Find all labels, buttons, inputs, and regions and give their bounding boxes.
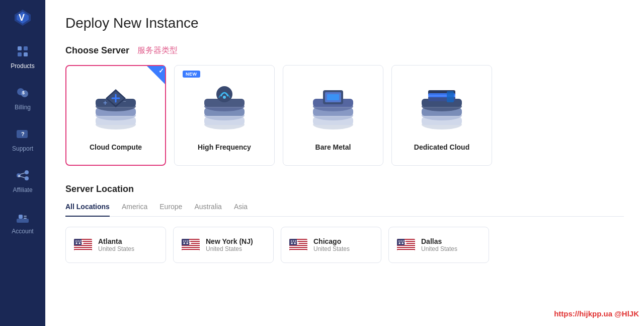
sidebar-item-billing[interactable]: $ Billing bbox=[0, 77, 45, 118]
svg-text:−: − bbox=[123, 99, 126, 104]
svg-text:★★★★: ★★★★ bbox=[290, 239, 299, 242]
tab-europe[interactable]: Europe bbox=[159, 203, 182, 217]
support-icon: ? bbox=[14, 125, 32, 143]
svg-rect-75 bbox=[182, 246, 200, 247]
choose-server-section: Choose Server 服务器类型 bbox=[65, 45, 624, 166]
products-icon bbox=[14, 42, 32, 60]
sidebar: V Products $ Billing bbox=[0, 0, 45, 326]
svg-point-13 bbox=[25, 170, 29, 174]
svg-rect-19 bbox=[19, 215, 23, 219]
svg-text:$: $ bbox=[22, 90, 25, 95]
location-card-atlanta[interactable]: ★★★ ★★★★ Atlanta United States bbox=[65, 227, 166, 263]
server-location-title: Server Location bbox=[65, 184, 624, 194]
main-content: Deploy New Instance Choose Server 服务器类型 bbox=[45, 0, 644, 326]
svg-rect-65 bbox=[74, 246, 92, 247]
section-header: Choose Server 服务器类型 bbox=[65, 45, 624, 56]
svg-rect-87 bbox=[289, 250, 307, 251]
dedicated-cloud-icon bbox=[414, 82, 469, 137]
svg-text:★★★★: ★★★★ bbox=[398, 239, 407, 242]
svg-rect-97 bbox=[397, 250, 415, 251]
sidebar-item-account[interactable]: Account bbox=[0, 201, 45, 242]
svg-rect-18 bbox=[17, 219, 29, 223]
logo[interactable]: V bbox=[10, 5, 35, 30]
svg-rect-50 bbox=[327, 94, 339, 100]
tab-all-locations[interactable]: All Locations bbox=[65, 203, 110, 217]
us-flag-dallas: ★★★ ★★★★ bbox=[397, 239, 415, 251]
bare-metal-icon bbox=[305, 82, 361, 137]
svg-point-40 bbox=[216, 86, 232, 102]
us-flag-chicago: ★★★ ★★★★ bbox=[289, 239, 307, 251]
dedicated-cloud-label: Dedicated Cloud bbox=[414, 143, 469, 151]
high-frequency-label: High Frequency bbox=[198, 143, 251, 151]
dallas-country: United States bbox=[421, 245, 457, 252]
products-label: Products bbox=[11, 62, 34, 70]
atlanta-country: United States bbox=[98, 245, 134, 252]
tab-asia[interactable]: Asia bbox=[234, 203, 248, 217]
new-badge: NEW bbox=[183, 71, 200, 78]
svg-text:V: V bbox=[19, 13, 25, 23]
svg-rect-60 bbox=[447, 91, 454, 102]
affiliate-label: Affiliate bbox=[13, 186, 32, 193]
atlanta-city: Atlanta bbox=[98, 237, 134, 245]
server-location-section: Server Location All Locations America Eu… bbox=[65, 184, 624, 263]
new-york-city: New York (NJ) bbox=[206, 237, 253, 245]
server-card-dedicated-cloud[interactable]: Dedicated Cloud bbox=[391, 65, 492, 166]
svg-point-14 bbox=[25, 176, 29, 180]
choose-server-subtitle: 服务器类型 bbox=[137, 45, 178, 56]
location-card-new-york[interactable]: ★★★ ★★★★ New York (NJ) United States bbox=[173, 227, 274, 263]
svg-text:?: ? bbox=[21, 131, 25, 137]
location-tabs: All Locations America Europe Australia A… bbox=[65, 203, 624, 217]
svg-rect-20 bbox=[24, 216, 27, 217]
svg-point-41 bbox=[223, 96, 226, 99]
choose-server-title: Choose Server bbox=[65, 45, 129, 56]
svg-rect-66 bbox=[74, 248, 92, 249]
sidebar-item-support[interactable]: ? Support bbox=[0, 118, 45, 159]
server-card-bare-metal[interactable]: Bare Metal bbox=[283, 65, 383, 166]
us-flag-new-york: ★★★ ★★★★ bbox=[182, 239, 200, 251]
svg-line-15 bbox=[20, 173, 25, 174]
support-label: Support bbox=[12, 145, 33, 152]
chicago-info: Chicago United States bbox=[313, 237, 350, 252]
chicago-country: United States bbox=[313, 245, 350, 252]
new-york-country: United States bbox=[206, 245, 253, 252]
cloud-compute-label: Cloud Compute bbox=[90, 143, 142, 151]
tab-america[interactable]: America bbox=[122, 203, 147, 217]
svg-rect-3 bbox=[18, 46, 22, 50]
us-flag-atlanta: ★★★ ★★★★ bbox=[74, 239, 92, 251]
svg-text:★★★★: ★★★★ bbox=[183, 239, 191, 242]
cloud-compute-icon: + − bbox=[88, 82, 143, 137]
svg-rect-77 bbox=[182, 250, 200, 251]
location-card-list: ★★★ ★★★★ Atlanta United States bbox=[65, 227, 624, 263]
server-card-cloud-compute[interactable]: + − Cloud Compute bbox=[65, 65, 166, 166]
svg-rect-21 bbox=[24, 218, 27, 219]
svg-rect-4 bbox=[24, 46, 28, 50]
chicago-city: Chicago bbox=[313, 237, 350, 245]
sidebar-item-affiliate[interactable]: ✕ Affiliate bbox=[0, 159, 45, 201]
svg-rect-96 bbox=[397, 248, 415, 249]
location-card-dallas[interactable]: ★★★ ★★★★ Dallas United States bbox=[388, 227, 489, 263]
tab-australia[interactable]: Australia bbox=[194, 203, 221, 217]
svg-line-16 bbox=[20, 176, 25, 178]
svg-rect-67 bbox=[74, 250, 92, 251]
bare-metal-label: Bare Metal bbox=[315, 143, 351, 151]
account-label: Account bbox=[12, 228, 33, 235]
sidebar-item-products[interactable]: Products bbox=[0, 35, 45, 77]
watermark: https://hijkpp.ua @HlJK bbox=[554, 309, 639, 318]
high-frequency-icon bbox=[197, 82, 252, 137]
svg-rect-76 bbox=[182, 248, 200, 249]
atlanta-info: Atlanta United States bbox=[98, 237, 134, 252]
dallas-info: Dallas United States bbox=[421, 237, 457, 252]
selected-check-badge bbox=[147, 66, 165, 84]
svg-text:+: + bbox=[103, 99, 107, 107]
svg-rect-86 bbox=[289, 248, 307, 249]
server-card-high-frequency[interactable]: NEW High Frequency bbox=[174, 65, 275, 166]
location-card-chicago[interactable]: ★★★ ★★★★ Chicago United States bbox=[281, 227, 381, 263]
new-york-info: New York (NJ) United States bbox=[206, 237, 253, 252]
svg-rect-95 bbox=[397, 246, 415, 247]
affiliate-icon: ✕ bbox=[14, 166, 32, 184]
billing-label: Billing bbox=[15, 104, 31, 111]
svg-text:★★★★: ★★★★ bbox=[75, 239, 84, 242]
dallas-city: Dallas bbox=[421, 237, 457, 245]
svg-rect-85 bbox=[289, 246, 307, 247]
server-type-list: + − Cloud Compute NEW bbox=[65, 65, 624, 166]
